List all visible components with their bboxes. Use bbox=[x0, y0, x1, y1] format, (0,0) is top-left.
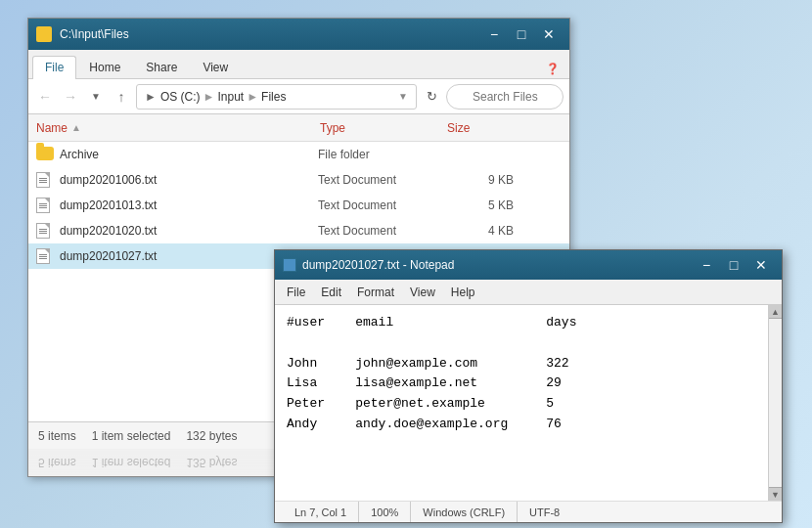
scroll-track[interactable] bbox=[769, 319, 782, 487]
file-type: Text Document bbox=[318, 198, 445, 212]
tab-home[interactable]: Home bbox=[76, 56, 133, 78]
forward-button[interactable]: → bbox=[60, 86, 81, 108]
selection-size: 132 bytes bbox=[186, 429, 237, 443]
notepad-titlebar-icon bbox=[283, 258, 296, 272]
address-bar: ← → ▼ ↑ ► OS (C:) ► Input ► Files ▼ ↻ 🔍 bbox=[28, 79, 569, 114]
explorer-titlebar-icon bbox=[36, 26, 52, 42]
notepad-title: dump20201027.txt - Notepad bbox=[302, 258, 694, 272]
file-name: dump20201013.txt bbox=[60, 198, 318, 212]
file-size: 9 KB bbox=[445, 173, 514, 187]
txt-icon bbox=[36, 198, 54, 213]
path-drive: OS (C:) bbox=[160, 90, 201, 104]
notepad-window: dump20201027.txt - Notepad − □ ✕ File Ed… bbox=[274, 249, 783, 523]
scroll-up-icon[interactable]: ▲ bbox=[769, 305, 782, 319]
help-button[interactable]: ❓ bbox=[540, 59, 565, 78]
notepad-position: Ln 7, Col 1 bbox=[283, 502, 359, 522]
list-item[interactable]: dump20201020.txt Text Document 4 KB bbox=[28, 218, 569, 243]
address-arrow-icon: ► bbox=[145, 90, 157, 104]
file-name: dump20201020.txt bbox=[60, 224, 318, 238]
selection-status: 1 item selected bbox=[92, 429, 171, 443]
notepad-menubar: File Edit Format View Help bbox=[275, 280, 782, 305]
col-header-name[interactable]: Name ▲ bbox=[36, 121, 320, 135]
txt-icon bbox=[36, 172, 54, 188]
menu-help[interactable]: Help bbox=[443, 283, 483, 302]
notepad-zoom: 100% bbox=[359, 502, 411, 522]
path-dropdown-icon: ▼ bbox=[398, 91, 408, 102]
notepad-minimize-button[interactable]: − bbox=[694, 255, 719, 275]
up-button[interactable]: ↑ bbox=[111, 86, 132, 108]
path-files: Files bbox=[261, 90, 286, 104]
close-button[interactable]: ✕ bbox=[536, 24, 562, 44]
txt-icon bbox=[36, 223, 54, 239]
notepad-titlebar: dump20201027.txt - Notepad − □ ✕ bbox=[275, 250, 782, 280]
explorer-titlebar: C:\Input\Files − □ ✕ bbox=[28, 19, 569, 50]
file-size: 5 KB bbox=[445, 198, 514, 212]
col-header-size[interactable]: Size bbox=[447, 121, 516, 135]
file-name: dump20201006.txt bbox=[60, 173, 318, 187]
back-button[interactable]: ← bbox=[34, 86, 56, 108]
search-input[interactable] bbox=[446, 84, 564, 110]
list-item[interactable]: dump20201013.txt Text Document 5 KB bbox=[28, 193, 569, 218]
maximize-button[interactable]: □ bbox=[509, 24, 534, 44]
notepad-scrollbar[interactable]: ▲ ▼ bbox=[768, 305, 782, 501]
file-type: Text Document bbox=[318, 224, 445, 238]
menu-file[interactable]: File bbox=[279, 283, 313, 302]
txt-icon bbox=[36, 248, 54, 264]
file-type: Text Document bbox=[318, 173, 445, 187]
column-headers: Name ▲ Type Size bbox=[28, 114, 569, 142]
recent-button[interactable]: ▼ bbox=[85, 86, 107, 108]
notepad-statusbar: Ln 7, Col 1 100% Windows (CRLF) UTF-8 bbox=[275, 501, 782, 522]
menu-view[interactable]: View bbox=[402, 283, 443, 302]
search-container: 🔍 bbox=[446, 84, 564, 110]
file-name: Archive bbox=[60, 148, 318, 161]
menu-format[interactable]: Format bbox=[349, 283, 402, 302]
refresh-button[interactable]: ↻ bbox=[421, 86, 442, 108]
notepad-line-endings: Windows (CRLF) bbox=[411, 502, 518, 522]
list-item[interactable]: dump20201006.txt Text Document 9 KB bbox=[28, 167, 569, 193]
notepad-body: #user email days John john@example.com 3… bbox=[275, 305, 782, 501]
col-header-type[interactable]: Type bbox=[320, 121, 447, 135]
notepad-encoding: UTF-8 bbox=[518, 502, 571, 522]
file-size: 4 KB bbox=[445, 224, 514, 238]
ribbon-tabs: File Home Share View ❓ bbox=[28, 50, 569, 79]
file-type: File folder bbox=[318, 148, 445, 161]
path-input: Input bbox=[217, 90, 244, 104]
explorer-title: C:\Input\Files bbox=[60, 27, 481, 41]
notepad-maximize-button[interactable]: □ bbox=[721, 255, 746, 275]
folder-icon bbox=[36, 147, 54, 162]
menu-edit[interactable]: Edit bbox=[313, 283, 349, 302]
tab-share[interactable]: Share bbox=[133, 56, 190, 78]
tab-view[interactable]: View bbox=[190, 56, 241, 78]
address-path[interactable]: ► OS (C:) ► Input ► Files ▼ bbox=[136, 84, 417, 110]
minimize-button[interactable]: − bbox=[481, 24, 507, 44]
notepad-titlebar-controls: − □ ✕ bbox=[694, 255, 774, 275]
scroll-down-icon[interactable]: ▼ bbox=[769, 487, 782, 501]
notepad-content[interactable]: #user email days John john@example.com 3… bbox=[275, 305, 768, 501]
list-item[interactable]: Archive File folder bbox=[28, 142, 569, 167]
tab-file[interactable]: File bbox=[32, 56, 76, 79]
sort-arrow-icon: ▲ bbox=[71, 122, 81, 133]
titlebar-controls: − □ ✕ bbox=[481, 24, 562, 44]
notepad-close-button[interactable]: ✕ bbox=[748, 255, 774, 275]
item-count: 5 items bbox=[38, 429, 76, 443]
